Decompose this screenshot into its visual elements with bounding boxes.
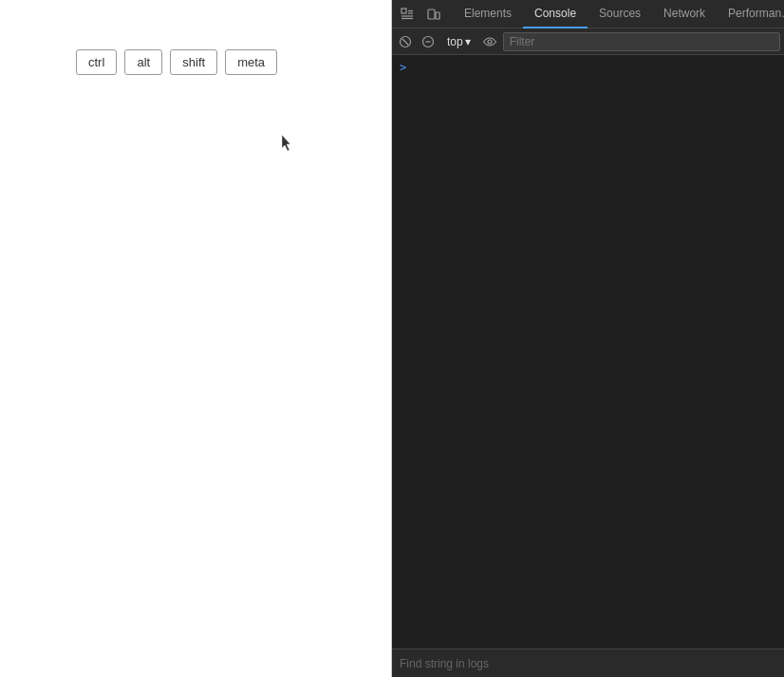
clear-console-button[interactable] xyxy=(396,32,415,51)
filter-input[interactable] xyxy=(503,32,780,51)
svg-rect-5 xyxy=(428,9,435,19)
mouse-cursor xyxy=(282,135,293,152)
inspect-element-icon[interactable] xyxy=(396,3,419,26)
console-output-area: > xyxy=(392,55,784,649)
tab-console[interactable]: Console xyxy=(523,0,588,28)
svg-line-8 xyxy=(402,39,408,45)
console-toolbar: top ▾ xyxy=(392,28,784,55)
filter-button[interactable] xyxy=(419,32,438,51)
device-toolbar-icon[interactable] xyxy=(422,3,445,26)
svg-point-11 xyxy=(488,40,492,44)
devtools-tabs-bar: Elements Console Sources Network Perform… xyxy=(392,0,784,28)
key-buttons-container: ctrl alt shift meta xyxy=(0,0,391,75)
tab-network[interactable]: Network xyxy=(652,0,717,28)
devtools-icon-group xyxy=(396,3,453,26)
tab-sources[interactable]: Sources xyxy=(588,0,652,28)
find-string-input[interactable] xyxy=(400,657,776,670)
shift-button[interactable]: shift xyxy=(170,49,217,75)
svg-rect-6 xyxy=(436,12,439,19)
chevron-down-icon: ▾ xyxy=(465,35,471,48)
svg-rect-0 xyxy=(401,9,406,13)
console-prompt-arrow: > xyxy=(400,61,406,74)
left-panel: ctrl alt shift meta xyxy=(0,0,392,677)
console-prompt-line: > xyxy=(392,59,784,76)
tab-elements[interactable]: Elements xyxy=(453,0,523,28)
meta-button[interactable]: meta xyxy=(225,49,277,75)
live-expressions-button[interactable] xyxy=(480,32,499,51)
context-dropdown[interactable]: top ▾ xyxy=(441,33,476,50)
ctrl-button[interactable]: ctrl xyxy=(76,49,117,75)
tab-performance[interactable]: Performan... xyxy=(717,0,784,28)
alt-button[interactable]: alt xyxy=(124,49,162,75)
find-bar xyxy=(392,649,784,677)
devtools-panel: Elements Console Sources Network Perform… xyxy=(392,0,784,677)
